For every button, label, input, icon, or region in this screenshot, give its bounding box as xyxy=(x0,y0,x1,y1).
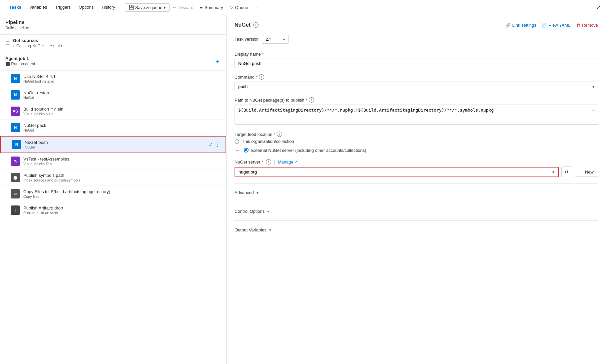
task-check-icon: ✓ xyxy=(209,142,213,148)
path-to-packages-input[interactable]: $(Build.ArtifactStagingDirectory)/**/*.n… xyxy=(235,105,598,125)
path-info-icon[interactable]: i xyxy=(309,97,314,103)
task-subtitle-nuget-push: NuGet xyxy=(25,145,205,149)
display-name-required: * xyxy=(262,52,264,57)
radio-org-circle xyxy=(235,139,239,144)
task-subtitle-build-solution: Visual Studio build xyxy=(23,112,63,116)
link-settings-label: Link settings xyxy=(512,23,536,28)
tab-tasks[interactable]: Tasks xyxy=(5,0,25,15)
nuget-server-info-icon[interactable]: i xyxy=(266,159,271,165)
expand-icon[interactable]: ⤢ xyxy=(596,5,601,10)
task-item-copy-files[interactable]: ⧉ Copy Files to: $(build.artifactstaging… xyxy=(0,186,226,202)
task-subtitle-nuget-pack: NuGet xyxy=(23,128,46,132)
new-button[interactable]: ＋ New xyxy=(575,167,598,177)
manage-link[interactable]: Manage ↗ xyxy=(278,160,298,165)
tab-options[interactable]: Options xyxy=(75,0,98,15)
task-version-select[interactable]: 2.* 1.* xyxy=(262,35,289,44)
tab-triggers[interactable]: Triggers xyxy=(51,0,75,15)
save-queue-button[interactable]: 💾 Save & queue ▾ xyxy=(125,3,170,12)
task-item-publish-symbols[interactable]: ⬤ Publish symbols path Index sources and… xyxy=(0,170,226,186)
main-layout: Pipeline Build pipeline ··· ☰ Get source… xyxy=(0,15,606,364)
discard-label: Discard xyxy=(179,5,193,10)
radio-org-collection[interactable]: This organization/collection xyxy=(235,139,598,144)
target-feed-required: * xyxy=(274,132,275,137)
task-version-label: Task version xyxy=(235,37,259,42)
link-settings-button[interactable]: 🔗 Link settings xyxy=(505,23,536,28)
remove-button[interactable]: 🗑 Remove xyxy=(576,23,598,28)
add-task-button[interactable]: ＋ xyxy=(214,57,221,66)
command-info-icon[interactable]: i xyxy=(259,74,264,80)
more-button[interactable]: ··· xyxy=(252,2,262,13)
nuget-server-select[interactable]: nuget.org xyxy=(235,168,558,177)
task-item-vstest[interactable]: ⚗ VsTest - testAssemblies Visual Studio … xyxy=(0,153,226,170)
path-to-packages-group: Path to NuGet package(s) to publish * i … xyxy=(235,97,598,126)
get-sources-meta: ⑃ Caching-NuGet ⎇ main xyxy=(13,44,62,48)
new-label: New xyxy=(585,170,594,175)
task-item-build-solution[interactable]: VS Build solution **\*.sln Visual Studio… xyxy=(0,103,226,120)
view-yaml-button[interactable]: 📄 View YAML xyxy=(542,23,571,28)
task-name-use-nuget: Use NuGet 4.4.1 xyxy=(23,74,56,79)
nuget-server-label-row: NuGet server * i | Manage ↗ xyxy=(235,159,598,165)
advanced-divider xyxy=(235,183,598,183)
pipeline-title: Pipeline xyxy=(5,19,29,25)
task-subtitle-copy-files: Copy files xyxy=(23,194,110,198)
path-more-icon[interactable]: ··· xyxy=(590,107,595,113)
nuget-server-group: NuGet server * i | Manage ↗ nuget.org ▾ xyxy=(235,159,598,177)
path-required: * xyxy=(306,98,307,103)
right-panel: NuGet i 🔗 Link settings 📄 View YAML 🗑 Re… xyxy=(227,15,606,364)
get-sources-item[interactable]: ☰ Get sources ⑃ Caching-NuGet ⎇ main xyxy=(0,35,226,52)
target-feed-info-icon[interactable]: i xyxy=(277,132,282,137)
control-options-divider xyxy=(235,202,598,202)
nuget-server-required: * xyxy=(262,160,263,165)
task-subtitle-nuget-restore: NuGet xyxy=(23,96,51,100)
radio-external-circle xyxy=(244,148,249,153)
nuget-info-icon[interactable]: i xyxy=(253,22,259,28)
task-icon-vstest: ⚗ xyxy=(11,157,20,166)
refresh-button[interactable]: ↺ xyxy=(561,167,572,177)
radio-external-label: External NuGet server (including other a… xyxy=(251,148,366,153)
external-link-icon: ↗ xyxy=(295,160,298,164)
task-item-use-nuget[interactable]: N Use NuGet 4.4.1 NuGet tool installer xyxy=(0,71,226,87)
queue-button[interactable]: ▷ Queue xyxy=(227,2,252,13)
yaml-icon: 📄 xyxy=(542,23,547,28)
target-feed-location-group: Target feed location * i This organizati… xyxy=(235,132,598,153)
output-variables-section-header[interactable]: Output Variables ▾ xyxy=(235,223,598,236)
target-feed-radio-group: This organization/collection → External … xyxy=(235,139,598,153)
summary-icon: ≡ xyxy=(200,5,203,10)
task-item-nuget-restore[interactable]: N NuGet restore NuGet xyxy=(0,87,226,103)
tab-history[interactable]: History xyxy=(98,0,119,15)
command-label: Command * i xyxy=(235,74,598,80)
agent-icon: ⬛ xyxy=(5,62,10,66)
command-group: Command * i push pack restore ▾ xyxy=(235,74,598,91)
task-dots-icon[interactable]: ⋮ xyxy=(215,142,220,148)
queue-icon: ▷ xyxy=(230,5,233,10)
nuget-title-text: NuGet xyxy=(235,22,251,28)
save-icon: 💾 xyxy=(129,5,134,10)
tab-variables[interactable]: Variables xyxy=(25,0,51,15)
task-subtitle-use-nuget: NuGet tool installer xyxy=(23,79,56,83)
task-name-copy-files: Copy Files to: $(build.artifactstagingdi… xyxy=(23,189,110,194)
task-icon-nuget-restore: N xyxy=(11,90,20,100)
summary-button[interactable]: ≡ Summary xyxy=(197,2,226,13)
left-panel: Pipeline Build pipeline ··· ☰ Get source… xyxy=(0,15,227,364)
plus-icon: ＋ xyxy=(579,169,583,175)
control-options-label: Control Options xyxy=(235,209,265,214)
task-item-nuget-push[interactable]: N NuGet push NuGet ✓ ⋮ xyxy=(0,136,226,153)
command-select[interactable]: push pack restore xyxy=(235,82,598,91)
discard-button[interactable]: ↩ Discard xyxy=(170,2,197,13)
queue-label: Queue xyxy=(235,5,248,10)
output-variables-divider xyxy=(235,220,598,221)
task-name-vstest: VsTest - testAssemblies xyxy=(23,157,69,162)
pipe-divider: | xyxy=(274,160,275,165)
advanced-section-header[interactable]: Advanced ▾ xyxy=(235,186,598,199)
display-name-input[interactable] xyxy=(235,59,598,68)
radio-external-nuget[interactable]: → External NuGet server (including other… xyxy=(235,147,598,153)
command-required: * xyxy=(256,75,258,80)
pipeline-more-button[interactable]: ··· xyxy=(214,21,221,28)
top-navigation: Tasks Variables Triggers Options History… xyxy=(0,0,606,15)
task-item-publish-artifact[interactable]: ↑ Publish Artifact: drop Publish build a… xyxy=(0,202,226,218)
get-sources-icon: ☰ xyxy=(5,40,10,46)
control-options-section-header[interactable]: Control Options ▾ xyxy=(235,205,598,218)
agent-job-title: Agent job 1 xyxy=(5,56,35,61)
task-item-nuget-pack[interactable]: N NuGet pack NuGet xyxy=(0,120,226,136)
nuget-server-label: NuGet server * xyxy=(235,160,263,165)
